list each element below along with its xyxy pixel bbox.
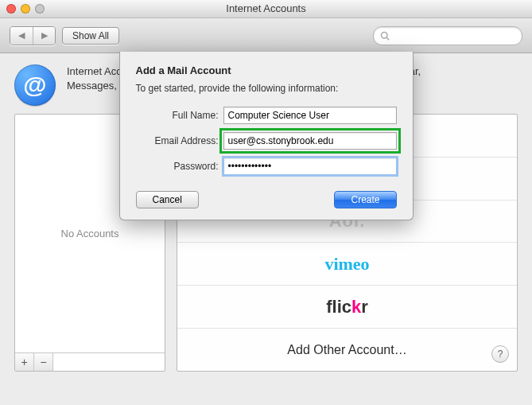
zoom-window-button[interactable] [35, 4, 45, 14]
sheet-subtitle: To get started, provide the following in… [136, 83, 397, 94]
email-highlight [219, 128, 401, 154]
email-input[interactable] [223, 132, 397, 150]
toolbar: ◀ ▶ Show All [0, 18, 532, 53]
create-button[interactable]: Create [334, 191, 396, 208]
search-field[interactable] [373, 26, 522, 45]
cancel-button[interactable]: Cancel [136, 191, 199, 208]
at-sign-icon: @ [14, 64, 56, 106]
password-input[interactable] [223, 158, 397, 175]
close-window-button[interactable] [6, 4, 16, 14]
search-input[interactable] [393, 29, 515, 42]
minimize-window-button[interactable] [21, 4, 30, 14]
window-titlebar: Internet Accounts [0, 0, 532, 18]
fullname-label: Full Name: [136, 110, 223, 121]
sheet-title: Add a Mail Account [136, 64, 397, 76]
forward-button[interactable]: ▶ [33, 27, 55, 45]
svg-point-0 [382, 32, 388, 38]
sidebar-footer: + − [15, 352, 165, 371]
show-all-button[interactable]: Show All [62, 27, 119, 45]
window-title: Internet Accounts [226, 2, 305, 14]
traffic-lights [6, 4, 45, 14]
email-label: Email Address: [136, 135, 223, 146]
nav-segment: ◀ ▶ [10, 26, 56, 45]
add-mail-account-sheet: Add a Mail Account To get started, provi… [119, 52, 414, 220]
provider-row-vimeo[interactable]: vimeo [177, 243, 517, 286]
search-icon [380, 31, 390, 41]
provider-row-other[interactable]: Add Other Account… [177, 329, 517, 371]
help-button[interactable]: ? [491, 345, 509, 363]
add-account-button[interactable]: + [15, 353, 34, 371]
svg-line-1 [386, 37, 389, 40]
provider-row-flickr[interactable]: flickr [177, 286, 517, 329]
password-label: Password: [136, 161, 223, 172]
fullname-input[interactable] [223, 107, 397, 124]
back-button[interactable]: ◀ [10, 27, 33, 45]
remove-account-button[interactable]: − [34, 353, 53, 371]
